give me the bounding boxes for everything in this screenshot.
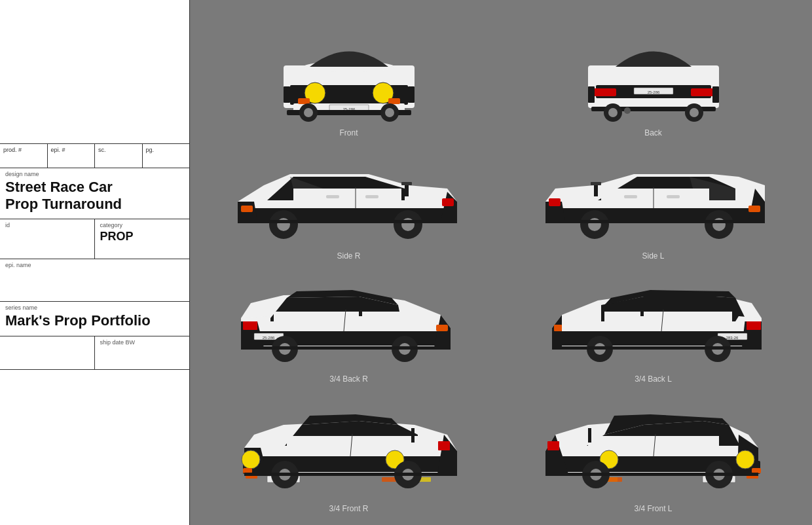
- svg-rect-68: [436, 325, 448, 331]
- ship-date-cell: ship date BW: [95, 336, 190, 369]
- car-3q-back-r-label: 3/4 Back R: [329, 374, 368, 384]
- car-back-label: Back: [644, 128, 662, 137]
- svg-point-91: [242, 450, 260, 469]
- ship-left-cell: [0, 336, 95, 369]
- svg-rect-9: [388, 98, 400, 104]
- car-3q-back-l: 283-26 3/4 Back L: [501, 266, 805, 389]
- logo-area: [0, 0, 189, 144]
- design-name-label: design name: [5, 171, 184, 177]
- svg-text:283-26: 283-26: [726, 336, 738, 340]
- pg-label: pg.: [146, 147, 155, 153]
- series-section: series name Mark's Prop Portfolio: [0, 302, 189, 336]
- category-cell: category PROP: [95, 219, 190, 259]
- svg-rect-92: [243, 468, 252, 473]
- svg-text:25-286: 25-286: [647, 90, 659, 94]
- ship-date-row: ship date BW: [0, 336, 189, 370]
- sc-cell: sc.: [95, 144, 143, 168]
- category-label: category: [100, 222, 185, 228]
- svg-rect-80: [640, 302, 644, 316]
- car-3q-back-r-svg: 25-286: [231, 269, 467, 371]
- bottom-fill: [0, 370, 189, 525]
- svg-rect-77: [747, 320, 761, 330]
- id-category-row: id category PROP: [0, 219, 189, 259]
- svg-rect-46: [238, 220, 457, 223]
- car-front: 25-286 Front: [196, 10, 501, 143]
- svg-rect-32: [712, 86, 719, 103]
- car-3q-back-r: 25-286 3/4 Back R: [196, 266, 501, 389]
- car-side-l-svg: [529, 149, 778, 247]
- svg-rect-37: [365, 195, 378, 198]
- car-side-l-label: Side L: [642, 251, 664, 261]
- svg-rect-34: [293, 189, 401, 208]
- svg-rect-111: [752, 468, 761, 473]
- epi-name-section: epi. name: [0, 259, 189, 302]
- car-3q-front-r-svg: 25-286: [231, 392, 467, 500]
- series-name-label: series name: [5, 304, 184, 311]
- svg-point-110: [736, 450, 754, 469]
- svg-rect-119: [608, 477, 622, 482]
- car-side-l: Side L: [501, 143, 805, 266]
- car-3q-back-l-label: 3/4 Back L: [635, 374, 672, 384]
- car-side-r-label: Side R: [337, 251, 360, 261]
- left-panel: prod. # epi. # sc. pg. design name Stree…: [0, 0, 190, 525]
- svg-rect-40: [241, 206, 253, 212]
- svg-rect-41: [442, 198, 454, 206]
- car-3q-front-r-label: 3/4 Front R: [329, 504, 368, 513]
- svg-rect-67: [359, 302, 362, 316]
- svg-rect-75: [604, 312, 732, 331]
- svg-rect-64: [243, 320, 257, 330]
- design-name-value: Street Race CarProp Turnaround: [5, 179, 184, 213]
- svg-rect-53: [591, 182, 601, 185]
- svg-rect-16: [408, 86, 415, 103]
- svg-rect-55: [549, 198, 561, 206]
- id-cell: id: [0, 219, 95, 259]
- category-value: PROP: [100, 230, 185, 244]
- right-panel: 25-286 Front: [190, 0, 812, 525]
- svg-rect-81: [554, 325, 562, 331]
- prod-num-label: prod. #: [3, 147, 22, 153]
- svg-rect-124: [545, 473, 758, 476]
- car-3q-back-l-svg: 283-26: [536, 269, 771, 371]
- svg-rect-51: [667, 195, 680, 198]
- car-3q-front-l-svg: 383-26: [536, 392, 771, 500]
- svg-rect-8: [298, 98, 310, 104]
- svg-rect-24: [691, 88, 714, 96]
- svg-point-26: [624, 107, 631, 114]
- svg-rect-36: [326, 195, 339, 198]
- car-3q-front-r: 25-286 3/4 Front R: [196, 389, 501, 518]
- svg-point-30: [690, 108, 699, 117]
- svg-rect-116: [547, 441, 559, 450]
- prod-info-row: prod. # epi. # sc. pg.: [0, 144, 189, 168]
- svg-rect-15: [284, 86, 290, 103]
- svg-rect-50: [624, 195, 637, 198]
- svg-rect-98: [411, 428, 415, 443]
- svg-rect-31: [588, 86, 595, 103]
- svg-point-12: [304, 108, 313, 117]
- car-back-svg: 25-286: [568, 13, 739, 124]
- epi-num-label: epi. #: [51, 147, 65, 153]
- car-front-svg: 25-286: [264, 13, 434, 124]
- svg-rect-62: [274, 312, 401, 331]
- epi-name-label: epi. name: [5, 262, 184, 268]
- car-side-r: Side R: [196, 143, 501, 266]
- svg-rect-48: [601, 189, 709, 208]
- car-3q-front-l-label: 3/4 Front L: [634, 504, 672, 513]
- svg-point-14: [385, 108, 394, 117]
- svg-rect-39: [401, 182, 412, 185]
- svg-rect-100: [382, 477, 396, 482]
- car-back: 25-286 Back: [501, 10, 805, 143]
- car-front-label: Front: [339, 128, 358, 137]
- svg-text:25-286: 25-286: [262, 336, 274, 340]
- svg-rect-105: [244, 473, 457, 476]
- svg-rect-86: [552, 346, 762, 350]
- pg-cell: pg.: [143, 144, 190, 168]
- svg-rect-54: [748, 206, 760, 212]
- epi-num-cell: epi. #: [48, 144, 96, 168]
- svg-rect-97: [438, 441, 450, 450]
- svg-rect-60: [545, 220, 765, 223]
- sc-label: sc.: [98, 147, 106, 153]
- ship-date-label: ship date BW: [100, 339, 185, 346]
- prod-num-cell: prod. #: [0, 144, 48, 168]
- car-side-r-svg: [225, 149, 473, 247]
- svg-rect-117: [588, 428, 591, 443]
